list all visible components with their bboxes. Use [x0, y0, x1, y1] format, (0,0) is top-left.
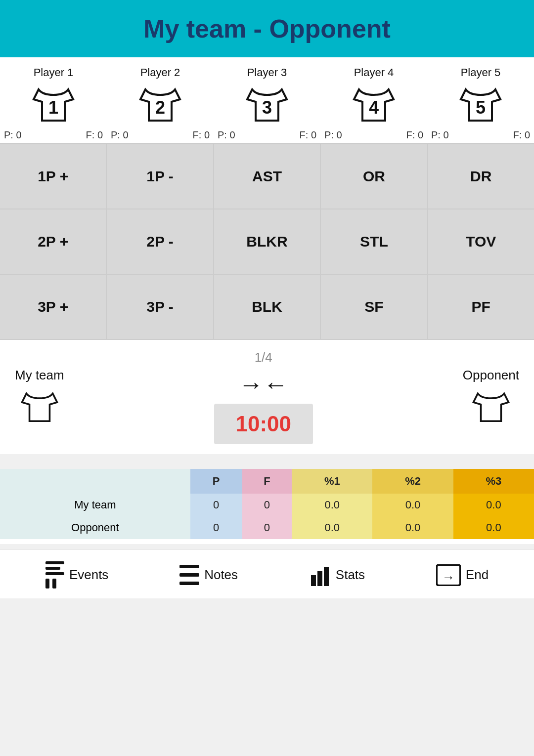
- nav-events[interactable]: Events: [45, 561, 109, 588]
- stats-icon: [309, 564, 331, 586]
- stats-header-pct2: %2: [372, 469, 453, 494]
- end-icon: →: [436, 564, 461, 586]
- player-2-jersey: 2: [138, 82, 182, 126]
- stats-section: P F %1 %2 %3 My team 0 0 0.0 0.0 0.0 Opp…: [0, 469, 534, 544]
- stats-my-team-f: 0: [242, 494, 292, 516]
- action-grid: 1P + 1P - AST OR DR 2P + 2P - BLKR STL T…: [0, 143, 534, 340]
- player-2-col[interactable]: Player 2 2 P: 0 F: 0: [107, 66, 214, 143]
- player-2-name: Player 2: [140, 66, 180, 79]
- my-team-label: My team: [15, 368, 64, 383]
- action-3p-minus[interactable]: 3P -: [107, 275, 213, 339]
- stats-my-team-p: 0: [190, 494, 242, 516]
- player-2-fouls-label: F: 0: [193, 129, 210, 141]
- action-stl[interactable]: STL: [321, 210, 427, 274]
- player-5-fouls-label: F: 0: [513, 129, 530, 141]
- player-1-stats: P: 0 F: 0: [2, 126, 105, 143]
- svg-text:5: 5: [476, 97, 486, 118]
- events-icon: [45, 561, 64, 588]
- nav-events-label: Events: [69, 567, 109, 583]
- stats-opponent-p: 0: [190, 516, 242, 539]
- stats-my-team-pct2: 0.0: [372, 494, 453, 516]
- player-4-fouls-label: F: 0: [406, 129, 423, 141]
- action-ast[interactable]: AST: [214, 144, 320, 209]
- nav-notes[interactable]: Notes: [179, 565, 238, 585]
- stats-header-team: [0, 469, 190, 494]
- my-team-score: My team: [15, 368, 64, 426]
- player-5-col[interactable]: Player 5 5 P: 0 F: 0: [427, 66, 534, 143]
- stats-my-team-label: My team: [0, 494, 190, 516]
- action-pf[interactable]: PF: [428, 275, 534, 339]
- stats-my-team-pct3: 0.0: [453, 494, 534, 516]
- stats-header-pct3: %3: [453, 469, 534, 494]
- player-3-fouls-label: F: 0: [300, 129, 316, 141]
- player-5-stats: P: 0 F: 0: [429, 126, 532, 143]
- nav-notes-label: Notes: [204, 567, 238, 583]
- svg-text:2: 2: [155, 97, 165, 118]
- score-center: 1/4 → ← 10:00: [214, 350, 313, 444]
- player-4-points-label: P: 0: [324, 129, 342, 141]
- notes-icon: [179, 565, 199, 585]
- stats-opponent-f: 0: [242, 516, 292, 539]
- player-1-col[interactable]: Player 1 1 P: 0 F: 0: [0, 66, 107, 143]
- action-blkr[interactable]: BLKR: [214, 210, 320, 274]
- stats-row-opponent: Opponent 0 0 0.0 0.0 0.0: [0, 516, 534, 539]
- player-4-stats: P: 0 F: 0: [322, 126, 425, 143]
- svg-rect-5: [311, 575, 316, 586]
- page-title: My team - Opponent: [10, 14, 524, 43]
- stats-opponent-pct3: 0.0: [453, 516, 534, 539]
- nav-stats-label: Stats: [336, 567, 365, 583]
- player-2-stats: P: 0 F: 0: [109, 126, 212, 143]
- scoreboard: My team 1/4 → ← 10:00 Opponent: [0, 340, 534, 454]
- player-1-fouls-label: F: 0: [86, 129, 103, 141]
- stats-header-f: F: [242, 469, 292, 494]
- action-1p-plus[interactable]: 1P +: [0, 144, 106, 209]
- stats-opponent-label: Opponent: [0, 516, 190, 539]
- opponent-label: Opponent: [463, 368, 519, 383]
- player-5-points-label: P: 0: [431, 129, 449, 141]
- svg-text:1: 1: [48, 97, 58, 118]
- arrow-left-icon: ←: [264, 370, 288, 399]
- action-sf[interactable]: SF: [321, 275, 427, 339]
- stats-table: P F %1 %2 %3 My team 0 0 0.0 0.0 0.0 Opp…: [0, 469, 534, 539]
- stats-opponent-pct1: 0.0: [292, 516, 372, 539]
- action-or[interactable]: OR: [321, 144, 427, 209]
- player-4-jersey: 4: [352, 82, 396, 126]
- nav-end[interactable]: → End: [436, 564, 489, 586]
- svg-rect-6: [317, 571, 322, 586]
- svg-rect-7: [324, 567, 329, 586]
- player-3-stats: P: 0 F: 0: [216, 126, 318, 143]
- nav-stats[interactable]: Stats: [309, 564, 365, 586]
- action-dr[interactable]: DR: [428, 144, 534, 209]
- opponent-score: Opponent: [463, 368, 519, 426]
- player-3-name: Player 3: [247, 66, 287, 79]
- player-2-points-label: P: 0: [111, 129, 129, 141]
- action-tov[interactable]: TOV: [428, 210, 534, 274]
- player-3-jersey: 3: [245, 82, 289, 126]
- stats-row-my-team: My team 0 0 0.0 0.0 0.0: [0, 494, 534, 516]
- header: My team - Opponent: [0, 0, 534, 57]
- quarter-label: 1/4: [255, 350, 272, 365]
- possession-arrows[interactable]: → ←: [239, 370, 288, 399]
- player-3-col[interactable]: Player 3 3 P: 0 F: 0: [214, 66, 320, 143]
- action-1p-minus[interactable]: 1P -: [107, 144, 213, 209]
- bottom-nav: Events Notes Stats → End: [0, 549, 534, 598]
- player-5-name: Player 5: [461, 66, 501, 79]
- stats-opponent-pct2: 0.0: [372, 516, 453, 539]
- action-blk[interactable]: BLK: [214, 275, 320, 339]
- arrow-right-icon: →: [239, 370, 264, 399]
- svg-text:→: →: [442, 569, 455, 584]
- players-row: Player 1 1 P: 0 F: 0 Player 2 2 P: 0 F: …: [0, 57, 534, 143]
- action-2p-plus[interactable]: 2P +: [0, 210, 106, 274]
- action-3p-plus[interactable]: 3P +: [0, 275, 106, 339]
- timer-display[interactable]: 10:00: [214, 404, 313, 444]
- player-1-name: Player 1: [34, 66, 74, 79]
- svg-text:4: 4: [369, 97, 379, 118]
- stats-header-p: P: [190, 469, 242, 494]
- my-team-jersey-icon: [20, 387, 59, 426]
- opponent-jersey-icon: [471, 387, 511, 426]
- player-1-jersey: 1: [31, 82, 76, 126]
- player-1-points-label: P: 0: [4, 129, 22, 141]
- player-4-col[interactable]: Player 4 4 P: 0 F: 0: [320, 66, 427, 143]
- action-2p-minus[interactable]: 2P -: [107, 210, 213, 274]
- player-4-name: Player 4: [354, 66, 394, 79]
